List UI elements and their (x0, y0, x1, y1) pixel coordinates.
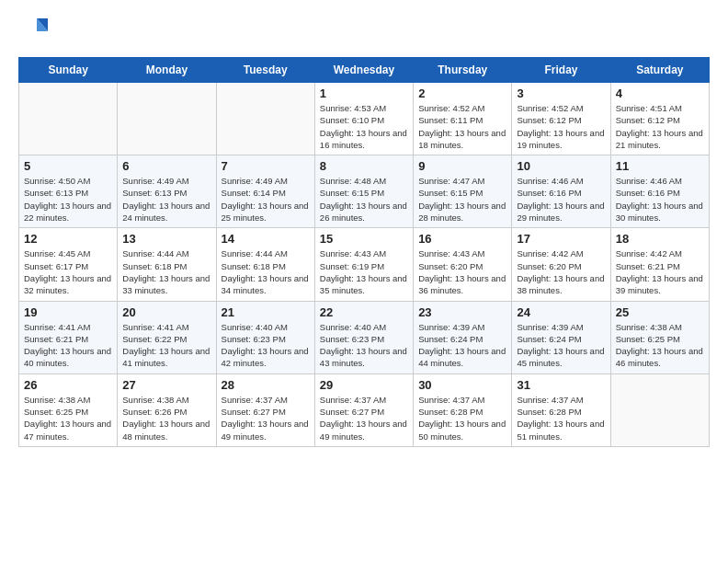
week-row-3: 12Sunrise: 4:45 AM Sunset: 6:17 PM Dayli… (19, 228, 710, 301)
day-info: Sunrise: 4:44 AM Sunset: 6:18 PM Dayligh… (122, 247, 210, 296)
day-number: 15 (320, 232, 408, 246)
day-cell (118, 83, 216, 155)
day-cell: 26Sunrise: 4:38 AM Sunset: 6:25 PM Dayli… (19, 373, 118, 446)
day-cell: 3Sunrise: 4:52 AM Sunset: 6:12 PM Daylig… (512, 83, 610, 155)
weekday-header-friday: Friday (512, 58, 610, 83)
day-info: Sunrise: 4:44 AM Sunset: 6:18 PM Dayligh… (222, 247, 310, 296)
day-info: Sunrise: 4:39 AM Sunset: 6:24 PM Dayligh… (418, 321, 506, 370)
day-number: 28 (222, 378, 310, 392)
day-number: 9 (418, 159, 506, 173)
day-number: 24 (517, 305, 605, 319)
day-info: Sunrise: 4:42 AM Sunset: 6:21 PM Dayligh… (616, 247, 704, 296)
day-info: Sunrise: 4:43 AM Sunset: 6:19 PM Dayligh… (320, 247, 408, 296)
day-info: Sunrise: 4:52 AM Sunset: 6:12 PM Dayligh… (517, 102, 605, 151)
day-cell: 19Sunrise: 4:41 AM Sunset: 6:21 PM Dayli… (19, 301, 118, 373)
day-cell: 7Sunrise: 4:49 AM Sunset: 6:14 PM Daylig… (216, 155, 314, 228)
logo-icon (18, 15, 48, 44)
calendar-table: SundayMondayTuesdayWednesdayThursdayFrid… (18, 57, 710, 447)
header (18, 15, 710, 44)
day-number: 20 (122, 305, 210, 319)
logo (18, 15, 53, 44)
day-info: Sunrise: 4:46 AM Sunset: 6:16 PM Dayligh… (616, 175, 704, 224)
day-info: Sunrise: 4:48 AM Sunset: 6:15 PM Dayligh… (320, 175, 408, 224)
day-cell: 5Sunrise: 4:50 AM Sunset: 6:13 PM Daylig… (19, 155, 118, 228)
day-info: Sunrise: 4:37 AM Sunset: 6:27 PM Dayligh… (222, 394, 310, 442)
day-info: Sunrise: 4:40 AM Sunset: 6:23 PM Dayligh… (222, 321, 310, 370)
day-info: Sunrise: 4:42 AM Sunset: 6:20 PM Dayligh… (517, 247, 605, 296)
day-number: 4 (616, 86, 704, 100)
day-cell: 29Sunrise: 4:37 AM Sunset: 6:27 PM Dayli… (314, 373, 413, 446)
day-info: Sunrise: 4:41 AM Sunset: 6:21 PM Dayligh… (24, 321, 112, 370)
day-info: Sunrise: 4:40 AM Sunset: 6:23 PM Dayligh… (320, 321, 408, 370)
page: SundayMondayTuesdayWednesdayThursdayFrid… (0, 0, 728, 465)
day-info: Sunrise: 4:50 AM Sunset: 6:13 PM Dayligh… (24, 175, 112, 224)
day-info: Sunrise: 4:39 AM Sunset: 6:24 PM Dayligh… (517, 321, 605, 370)
day-number: 27 (122, 378, 210, 392)
day-number: 11 (616, 159, 704, 173)
day-number: 16 (418, 232, 506, 246)
day-cell: 14Sunrise: 4:44 AM Sunset: 6:18 PM Dayli… (216, 228, 314, 301)
day-cell: 22Sunrise: 4:40 AM Sunset: 6:23 PM Dayli… (314, 301, 413, 373)
day-number: 6 (122, 159, 210, 173)
week-row-5: 26Sunrise: 4:38 AM Sunset: 6:25 PM Dayli… (19, 373, 710, 446)
day-number: 21 (222, 305, 310, 319)
day-cell: 30Sunrise: 4:37 AM Sunset: 6:28 PM Dayli… (414, 373, 512, 446)
day-number: 17 (517, 232, 605, 246)
day-number: 13 (122, 232, 210, 246)
day-number: 2 (418, 86, 506, 100)
day-cell: 16Sunrise: 4:43 AM Sunset: 6:20 PM Dayli… (414, 228, 512, 301)
day-number: 8 (320, 159, 408, 173)
day-number: 14 (222, 232, 310, 246)
day-cell: 13Sunrise: 4:44 AM Sunset: 6:18 PM Dayli… (118, 228, 216, 301)
day-number: 31 (517, 378, 605, 392)
day-cell (610, 373, 709, 446)
day-cell: 18Sunrise: 4:42 AM Sunset: 6:21 PM Dayli… (610, 228, 709, 301)
day-cell: 4Sunrise: 4:51 AM Sunset: 6:12 PM Daylig… (610, 83, 709, 155)
weekday-header-monday: Monday (118, 58, 216, 83)
day-number: 30 (418, 378, 506, 392)
day-info: Sunrise: 4:38 AM Sunset: 6:26 PM Dayligh… (122, 394, 210, 442)
day-info: Sunrise: 4:41 AM Sunset: 6:22 PM Dayligh… (122, 321, 210, 370)
day-cell (216, 83, 314, 155)
day-info: Sunrise: 4:52 AM Sunset: 6:11 PM Dayligh… (418, 102, 506, 151)
day-cell (19, 83, 118, 155)
day-info: Sunrise: 4:37 AM Sunset: 6:27 PM Dayligh… (320, 394, 408, 442)
weekday-header-tuesday: Tuesday (216, 58, 314, 83)
day-number: 5 (24, 159, 112, 173)
day-cell: 28Sunrise: 4:37 AM Sunset: 6:27 PM Dayli… (216, 373, 314, 446)
day-cell: 20Sunrise: 4:41 AM Sunset: 6:22 PM Dayli… (118, 301, 216, 373)
weekday-header-wednesday: Wednesday (314, 58, 413, 83)
day-cell: 23Sunrise: 4:39 AM Sunset: 6:24 PM Dayli… (414, 301, 512, 373)
week-row-1: 1Sunrise: 4:53 AM Sunset: 6:10 PM Daylig… (19, 83, 710, 155)
day-number: 23 (418, 305, 506, 319)
day-cell: 12Sunrise: 4:45 AM Sunset: 6:17 PM Dayli… (19, 228, 118, 301)
day-number: 10 (517, 159, 605, 173)
day-cell: 24Sunrise: 4:39 AM Sunset: 6:24 PM Dayli… (512, 301, 610, 373)
day-cell: 2Sunrise: 4:52 AM Sunset: 6:11 PM Daylig… (414, 83, 512, 155)
day-cell: 21Sunrise: 4:40 AM Sunset: 6:23 PM Dayli… (216, 301, 314, 373)
weekday-header-thursday: Thursday (414, 58, 512, 83)
day-number: 3 (517, 86, 605, 100)
day-cell: 17Sunrise: 4:42 AM Sunset: 6:20 PM Dayli… (512, 228, 610, 301)
weekday-header-saturday: Saturday (610, 58, 709, 83)
day-info: Sunrise: 4:53 AM Sunset: 6:10 PM Dayligh… (320, 102, 408, 151)
weekday-header-sunday: Sunday (19, 58, 118, 83)
day-info: Sunrise: 4:51 AM Sunset: 6:12 PM Dayligh… (616, 102, 704, 151)
day-cell: 10Sunrise: 4:46 AM Sunset: 6:16 PM Dayli… (512, 155, 610, 228)
day-number: 29 (320, 378, 408, 392)
day-info: Sunrise: 4:38 AM Sunset: 6:25 PM Dayligh… (24, 394, 112, 442)
weekday-header-row: SundayMondayTuesdayWednesdayThursdayFrid… (19, 58, 710, 83)
day-number: 18 (616, 232, 704, 246)
day-info: Sunrise: 4:47 AM Sunset: 6:15 PM Dayligh… (418, 175, 506, 224)
day-info: Sunrise: 4:37 AM Sunset: 6:28 PM Dayligh… (517, 394, 605, 442)
day-info: Sunrise: 4:43 AM Sunset: 6:20 PM Dayligh… (418, 247, 506, 296)
day-cell: 25Sunrise: 4:38 AM Sunset: 6:25 PM Dayli… (610, 301, 709, 373)
day-cell: 15Sunrise: 4:43 AM Sunset: 6:19 PM Dayli… (314, 228, 413, 301)
day-number: 25 (616, 305, 704, 319)
day-info: Sunrise: 4:37 AM Sunset: 6:28 PM Dayligh… (418, 394, 506, 442)
day-info: Sunrise: 4:49 AM Sunset: 6:14 PM Dayligh… (222, 175, 310, 224)
day-info: Sunrise: 4:49 AM Sunset: 6:13 PM Dayligh… (122, 175, 210, 224)
day-cell: 8Sunrise: 4:48 AM Sunset: 6:15 PM Daylig… (314, 155, 413, 228)
day-number: 19 (24, 305, 112, 319)
day-info: Sunrise: 4:38 AM Sunset: 6:25 PM Dayligh… (616, 321, 704, 370)
